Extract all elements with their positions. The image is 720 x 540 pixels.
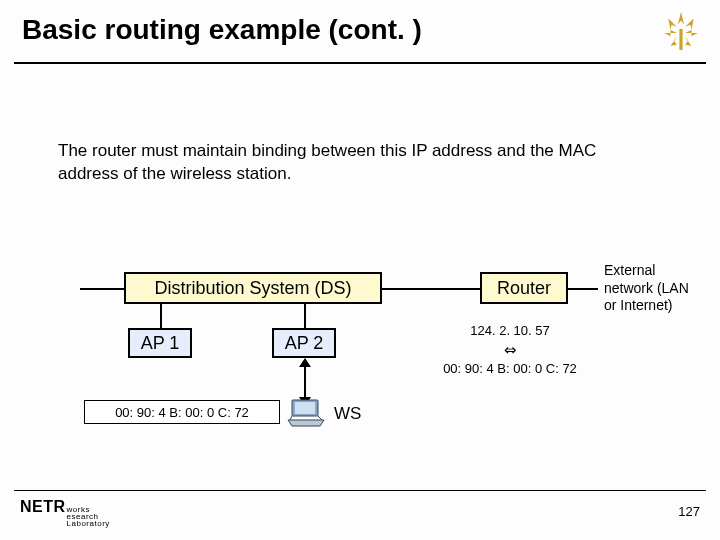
router-external-connector xyxy=(568,288,598,290)
ap1-connector xyxy=(160,304,162,328)
svg-line-4 xyxy=(318,416,322,420)
ip-mac-binding: 124. 2. 10. 57 ⇔ 00: 90: 4 B: 00: 0 C: 7… xyxy=(412,322,608,377)
ws-mac-box: 00: 90: 4 B: 00: 0 C: 72 xyxy=(84,400,280,424)
binding-arrow-icon: ⇔ xyxy=(504,341,517,358)
org-logo-icon xyxy=(660,10,702,52)
svg-rect-2 xyxy=(295,402,315,414)
footer-logo-sub: works esearch Laboratory xyxy=(67,506,110,528)
router-box: Router xyxy=(480,272,568,304)
ds-left-connector xyxy=(80,288,124,290)
svg-line-3 xyxy=(290,416,292,420)
ds-router-connector xyxy=(382,288,480,290)
ap1-box: AP 1 xyxy=(128,328,192,358)
footer-logo-main: NETR xyxy=(20,498,66,516)
slide-title: Basic routing example (cont. ) xyxy=(22,14,422,46)
ap2-box: AP 2 xyxy=(272,328,336,358)
laptop-icon xyxy=(286,398,326,428)
binding-mac: 00: 90: 4 B: 00: 0 C: 72 xyxy=(443,361,577,376)
slide-body-text: The router must maintain binding between… xyxy=(58,140,628,186)
footer-divider xyxy=(14,490,706,491)
svg-rect-0 xyxy=(679,29,682,50)
page-number: 127 xyxy=(678,504,700,519)
footer-logo: NETR works esearch Laboratory xyxy=(20,498,110,528)
binding-ip: 124. 2. 10. 57 xyxy=(470,323,550,338)
distribution-system-box: Distribution System (DS) xyxy=(124,272,382,304)
title-divider xyxy=(14,62,706,64)
footer-logo-sub3: Laboratory xyxy=(67,519,110,528)
ws-label: WS xyxy=(334,404,361,424)
ap2-connector xyxy=(304,304,306,328)
external-network-label: External network (LAN or Internet) xyxy=(604,262,690,315)
